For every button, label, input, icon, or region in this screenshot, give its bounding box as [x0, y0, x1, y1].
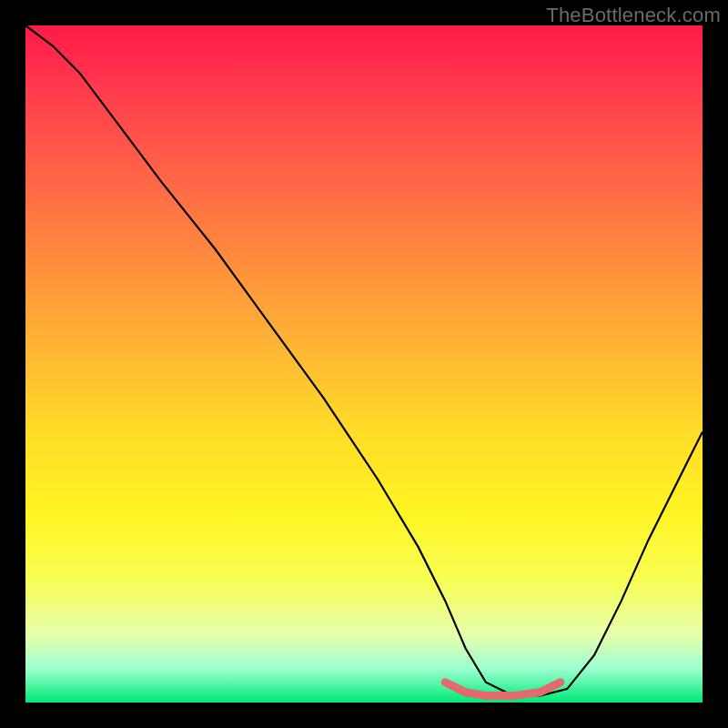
curve-layer [25, 25, 703, 703]
chart-frame: TheBottleneck.com [0, 0, 728, 728]
plot-area [25, 25, 703, 703]
highlight-segment [445, 682, 561, 696]
watermark-text: TheBottleneck.com [546, 4, 721, 27]
bottleneck-curve [25, 25, 703, 696]
